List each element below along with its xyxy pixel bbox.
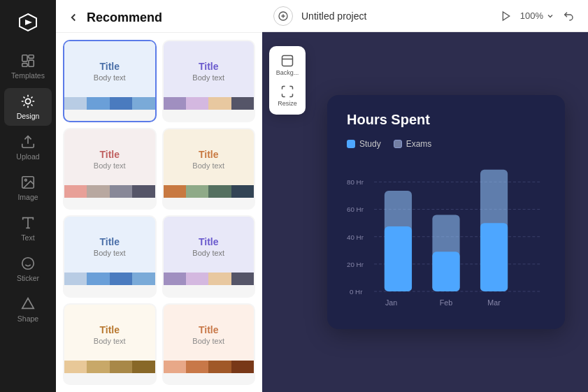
svg-point-10 [22,258,34,270]
template-card[interactable]: Title Body text [162,40,256,122]
sidebar: Templates Design Upload Image Text [0,0,56,392]
resize-label: Resize [278,100,297,107]
card-title: Title [199,324,219,335]
shape-icon [20,296,36,312]
card-title: Title [199,61,219,72]
sidebar-item-design[interactable]: Design [4,88,52,126]
x-label-mar: Mar [487,298,501,307]
legend-study-label: Study [359,139,381,149]
sidebar-item-label: Image [17,193,38,201]
floating-toolbar: Backg... Resize [269,46,306,115]
sidebar-item-label: Upload [16,152,39,161]
design-icon [20,94,36,109]
y-label-40: 40 Hr [347,233,364,241]
card-palette [64,361,155,373]
editor-area: Untitled project 100% [262,0,588,392]
card-body: Body text [192,249,224,257]
card-preview: Title Body text [164,305,254,361]
card-title: Title [99,61,120,72]
sidebar-item-label: Design [17,112,40,120]
card-body: Body text [94,73,126,82]
undo-button[interactable] [560,8,577,24]
card-palette [64,185,155,198]
card-palette [164,273,254,285]
legend-exams-dot [394,140,402,148]
card-body: Body text [192,161,224,170]
card-body: Body text [192,337,224,345]
resize-button[interactable]: Resize [272,81,303,110]
bar-mar-study [480,223,508,291]
card-title: Title [199,236,219,247]
zoom-level: 100% [520,10,543,21]
project-title: Untitled project [301,10,489,22]
card-preview: Title Body text [64,217,155,273]
legend-exams: Exams [394,139,432,149]
y-label-20: 20 Hr [347,261,364,268]
bar-jan-study [385,226,412,291]
card-body: Body text [192,73,224,82]
legend-study-dot [347,140,355,148]
templates-grid: Title Body text Title Body text [56,33,262,392]
sidebar-item-label: Text [21,233,34,242]
sidebar-item-image[interactable]: Image [4,169,52,207]
y-label-0: 0 Hr [350,288,363,296]
card-title: Title [99,324,120,335]
card-body: Body text [94,249,126,257]
svg-rect-3 [22,64,27,67]
chart-title: Hours Spent [347,112,545,128]
template-card[interactable]: Title Body text [162,303,256,386]
sticker-icon [20,256,36,271]
y-label-60: 60 Hr [347,206,364,214]
sidebar-item-upload[interactable]: Upload [4,129,52,166]
sidebar-item-label: Shape [17,314,38,323]
app-logo [14,8,42,36]
template-card[interactable]: Title Body text [63,303,157,386]
panel-title: Recommend [87,10,162,25]
svg-point-7 [24,179,27,181]
background-label: Backg... [276,69,299,76]
sidebar-item-text[interactable]: Text [4,210,52,247]
card-preview: Title Body text [164,41,254,97]
text-icon [20,215,36,231]
template-card[interactable]: Title Body text [63,40,157,122]
template-card[interactable]: Title Body text [63,215,157,298]
background-button[interactable]: Backg... [272,50,303,80]
editor-topbar: Untitled project 100% [262,0,588,32]
topbar-logo-icon [273,6,293,26]
card-title: Title [99,236,120,247]
svg-point-4 [25,99,30,103]
svg-rect-1 [29,55,34,59]
svg-rect-0 [22,55,27,61]
play-button[interactable] [498,8,515,24]
card-preview: Title Body text [64,41,155,97]
card-preview: Title Body text [164,129,254,185]
x-label-feb: Feb [440,298,453,307]
sidebar-item-shape[interactable]: Shape [4,291,52,328]
card-palette [164,185,254,198]
template-card[interactable]: Title Body text [63,128,157,210]
card-preview: Title Body text [64,305,155,361]
template-card[interactable]: Title Body text [162,215,256,298]
bar-feb-study [432,252,459,292]
template-panel: Recommend Title Body text Title Body tex… [56,0,262,392]
template-card[interactable]: Title Body text [162,128,256,210]
y-label-80: 80 Hr [347,179,364,187]
card-body: Body text [94,161,126,170]
sidebar-item-label: Templates [11,71,45,80]
card-preview: Title Body text [64,129,155,185]
sidebar-item-templates[interactable]: Templates [4,48,52,85]
zoom-control[interactable]: 100% [520,10,554,21]
card-body: Body text [94,337,126,345]
sidebar-item-sticker[interactable]: Sticker [4,250,52,288]
x-label-jan: Jan [385,298,397,307]
sidebar-item-label: Sticker [17,274,39,282]
back-button[interactable] [66,10,81,25]
card-preview: Title Body text [164,217,254,273]
legend-study: Study [347,139,381,149]
svg-marker-14 [503,12,509,20]
canvas-area: Hours Spent Study Exams [311,39,581,385]
chart-card: Hours Spent Study Exams [327,95,565,328]
template-icon [20,53,36,68]
card-title: Title [99,149,120,160]
svg-rect-2 [29,60,34,66]
